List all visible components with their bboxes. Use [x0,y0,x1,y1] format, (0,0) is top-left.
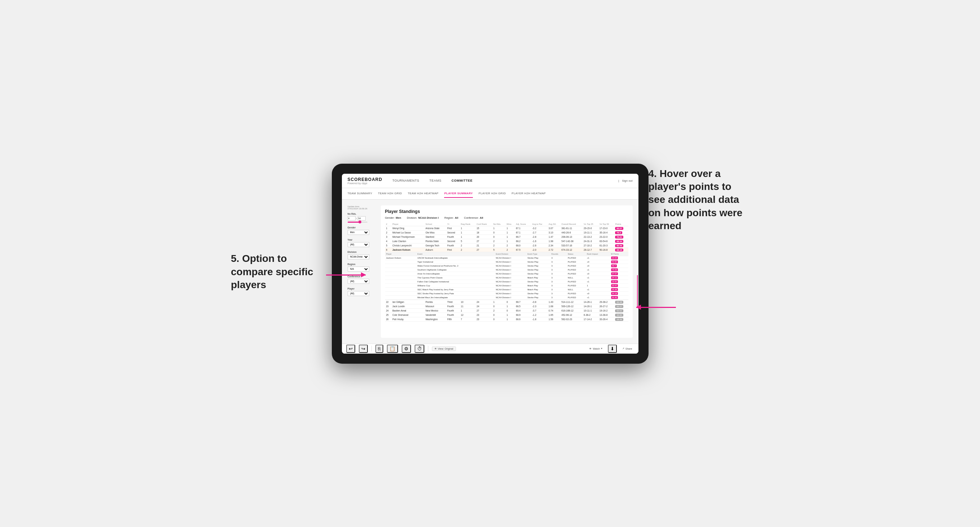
watch-icon: 👁 [589,348,592,350]
sub-col-rank: Rank Impact [586,252,610,256]
sub-col-division: Event Division [495,252,527,256]
cell-sg: 3.07 [547,226,560,230]
cell-rds: 1 [492,226,505,230]
paste-button[interactable]: 📋 [387,344,398,353]
tab-player-h2h-heatmap[interactable]: PLAYER H2H HEATMAP [512,190,546,198]
table-row: 3Michael ThorbjornsenStanfordFourth 1200… [385,235,628,239]
cell-adj: 67.1 [515,226,531,230]
nav-teams[interactable]: TEAMS [428,178,443,183]
filter-division: Division NCAA Division I [348,251,377,259]
chip-division-label: Division: [407,216,417,219]
toolbar-separator [371,346,372,351]
tab-player-summary[interactable]: PLAYER SUMMARY [444,190,473,198]
col-avg-sg: Avg SG [547,222,560,226]
nav-committee[interactable]: COMMITTEE [450,178,474,183]
sub-events-table: Player Event Event Division Event Type R… [385,252,628,300]
points-badge[interactable]: 88.34 [615,240,623,243]
chip-region: Region: All [444,216,458,219]
tab-player-h2h-grid[interactable]: PLAYER H2H GRID [479,190,506,198]
main-content: Update time: 27/01/2024 16:56:26 No Rds.… [342,200,638,344]
points-badge[interactable]: 60.48 [615,301,623,303]
chip-region-label: Region: [444,216,454,219]
col-record: Overall Record [560,222,583,226]
nav-right: | Sign out [618,179,632,183]
filter-no-rds: No Rds. - [348,213,377,223]
filter-no-rds-min[interactable] [348,216,356,221]
points-badge[interactable]: 76.3 [615,231,622,234]
share-label: Share [625,348,632,350]
points-badge[interactable]: 38.49 [615,318,623,321]
table-row: 25Cole SherwoodVanderbiltFourth 12230168… [385,313,628,317]
col-wins: Wins [506,222,515,226]
nav-tournaments[interactable]: TOURNAMENTS [391,178,421,183]
sub-table-data-row: Jackson KolsonUNCW Seahawk Intercollegia… [385,256,628,260]
chip-division-value: NCAA Division I [418,216,439,219]
tab-team-h2h-heatmap[interactable]: TEAM H2H HEATMAP [408,190,439,198]
points-badge[interactable]: 60.02 [615,310,623,312]
slider-thumb[interactable] [358,221,361,224]
sub-table-data-row: Fallen Oak Collegiate InvitationalNCAA D… [385,279,628,284]
filter-no-rds-label: No Rds. [348,213,377,215]
filter-player-select[interactable]: (All) [348,291,369,296]
sub-table-data-row: SEC Stroke Play hosted by Jerry PateNCAA… [385,291,628,295]
view-original-button[interactable]: 👁 View: Original [432,346,456,351]
cell-conf: 15 [476,226,492,230]
col-conf-rank: Conf Rank [476,222,492,226]
points-badge[interactable]: 60.27 [615,227,623,230]
cell-points[interactable]: 60.27 [614,226,628,230]
annotation-hover-points: 4. Hover over a player's points to see a… [649,167,749,233]
filter-conference-select[interactable]: (All) [348,279,369,284]
cell-rank: 1 [385,226,391,230]
col-school: School [424,222,446,226]
slider-track [348,222,368,223]
filter-region-select[interactable]: N/A [348,267,369,271]
table-row: 23Jack LundinMissouriFourth 11240168.5-2… [385,304,628,308]
points-badge[interactable]: 70.21 [615,236,623,238]
undo-button[interactable]: ↩ [346,344,355,353]
redo-button[interactable]: ↪ [359,344,368,353]
filter-gender-label: Gender [348,226,377,229]
sub-col-points: W Points [610,252,628,256]
tab-team-h2h-grid[interactable]: TEAM H2H GRID [378,190,402,198]
standings-table: # Player School Yr Reg Rank Conf Rank No… [385,222,628,322]
clock-button[interactable]: ⏱ [415,344,424,353]
sign-out-link[interactable]: Sign out [622,179,632,183]
share-button[interactable]: ↗ Share [620,346,634,351]
settings-button[interactable]: ⚙ [402,344,411,353]
table-row: 1 Wenyi Ding Arizona State First 1 15 1 … [385,226,628,230]
watch-button[interactable]: 👁 Watch ▾ [587,346,604,351]
logo-text: SCOREBOARD [348,177,383,182]
download-button[interactable]: ⬇ [608,344,617,353]
filter-region-label: Region [348,263,377,265]
filter-no-rds-max[interactable] [358,216,366,221]
page-wrapper: 4. Hover over a player's points to see a… [238,163,742,364]
filter-year-select[interactable]: (All) [348,242,369,247]
col-vs50: Vs Top 50 [598,222,614,226]
col-rank: # [385,222,391,226]
update-time: Update time: 27/01/2024 16:56:26 [348,205,377,210]
table-row: 4Luke ClantonFlorida StateSecond 5272168… [385,239,628,243]
filter-gender-select[interactable]: Men Women [348,230,369,235]
watch-chevron: ▾ [601,347,603,350]
col-player: Player [391,222,424,226]
top-nav: SCOREBOARD Powered by clippi TOURNAMENTS… [342,174,638,188]
filter-division-label: Division [348,251,377,253]
filter-division-select[interactable]: NCAA Division I [348,254,369,259]
filter-year-label: Year [348,238,377,241]
copy-button[interactable]: ⎘ [375,344,383,353]
toolbar-separator-2 [428,346,428,351]
sub-col-status: Status [566,252,585,256]
cell-school: Arizona State [424,226,446,230]
cell-reg: 1 [460,226,476,230]
col-adj: Adj. Score [515,222,531,226]
points-badge[interactable]: 80.49 [615,244,623,247]
points-badge-expanded[interactable]: 68.18 [615,249,623,251]
watch-label: Watch [593,348,600,350]
sub-table-header: Player Event Event Division Event Type R… [385,252,628,256]
table-row: 26Petr HrubyWashingtonFifth 7230168.6-1.… [385,317,628,321]
tab-team-summary[interactable]: TEAM SUMMARY [348,190,372,198]
points-badge[interactable]: 30.95 [615,314,623,317]
cell-to-par: -3.2 [531,226,548,230]
sub-table-data-row: Amer An IntercollegiateNCAA Division ISt… [385,271,628,276]
points-badge[interactable]: 60.27 [615,305,623,308]
